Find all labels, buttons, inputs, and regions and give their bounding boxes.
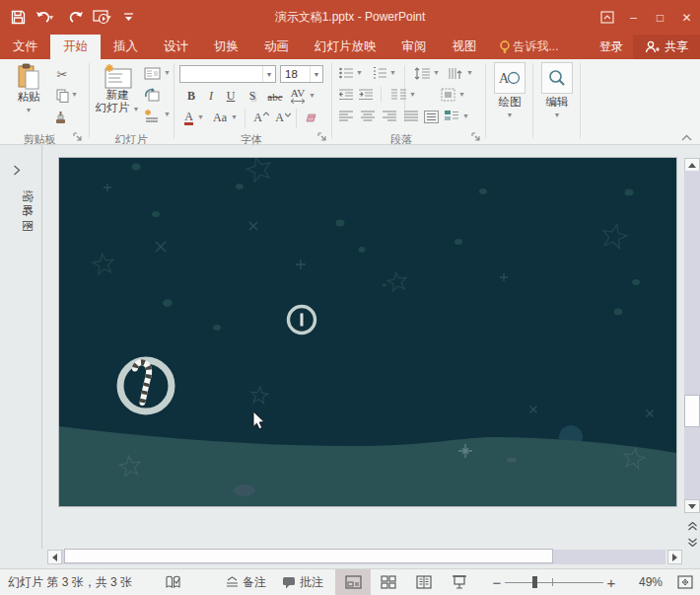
convert-smartart-button[interactable] <box>442 109 461 124</box>
section-dropdown-caret[interactable]: ▼ <box>164 111 171 117</box>
reading-view-button[interactable] <box>406 569 442 595</box>
bold-button[interactable]: B <box>183 88 199 105</box>
align-left-button[interactable] <box>337 109 355 124</box>
font-size-dropdown[interactable]: ▼ <box>310 66 322 82</box>
change-case-button[interactable]: Aa <box>209 110 231 126</box>
font-color-button[interactable]: A <box>181 110 196 126</box>
layout-dropdown-caret[interactable]: ▼ <box>164 69 171 76</box>
next-slide-button[interactable] <box>684 535 700 549</box>
align-text-caret[interactable]: ▼ <box>458 91 465 98</box>
slideshow-dropdown-caret[interactable]: ▾ <box>107 13 115 22</box>
align-center-button[interactable] <box>359 109 377 124</box>
thumbnail-pane-collapsed[interactable]: 缩略图 <box>0 145 42 549</box>
grow-font-button[interactable]: A <box>252 110 270 126</box>
clear-formatting-button[interactable] <box>302 110 319 126</box>
line-spacing-caret[interactable]: ▼ <box>433 69 440 76</box>
slide-sorter-view-button[interactable] <box>371 569 406 595</box>
collapse-ribbon-button[interactable] <box>681 134 692 141</box>
scroll-right-button[interactable] <box>667 550 682 564</box>
vertical-scrollbar-thumb[interactable] <box>684 395 700 427</box>
editing-group-button[interactable]: 编辑 ▼ <box>537 62 577 121</box>
redo-button[interactable] <box>63 6 87 30</box>
clipboard-dialog-launcher[interactable] <box>73 132 85 144</box>
numbering-button[interactable] <box>371 65 388 81</box>
tab-insert[interactable]: 插入 <box>101 35 151 59</box>
zoom-percentage[interactable]: 49% <box>619 569 670 595</box>
slideshow-view-button[interactable] <box>442 569 477 595</box>
editing-caret[interactable]: ▼ <box>554 109 561 121</box>
normal-view-button[interactable] <box>335 569 371 595</box>
notes-button[interactable]: 备注 <box>218 569 274 595</box>
reset-slide-button[interactable] <box>142 86 162 103</box>
change-case-caret[interactable]: ▼ <box>231 113 238 120</box>
zoom-out-button[interactable]: − <box>489 569 505 595</box>
font-dialog-launcher[interactable] <box>317 132 329 144</box>
zoom-in-button[interactable]: + <box>603 569 619 595</box>
bullets-button[interactable] <box>337 65 355 81</box>
drawing-caret[interactable]: ▼ <box>507 109 514 121</box>
customize-qat-button[interactable] <box>120 6 136 30</box>
numbering-caret[interactable]: ▼ <box>389 69 396 76</box>
undo-button[interactable]: ▾ <box>32 6 61 30</box>
undo-dropdown-caret[interactable]: ▾ <box>49 13 57 22</box>
slide-number-indicator[interactable]: 幻灯片 第 3 张，共 3 张 <box>0 569 140 595</box>
slide-canvas[interactable] <box>59 158 676 506</box>
tab-animations[interactable]: 动画 <box>251 35 302 59</box>
close-button[interactable]: ✕ <box>673 4 700 31</box>
paragraph-dialog-launcher[interactable] <box>471 132 483 144</box>
copy-button[interactable] <box>53 87 71 105</box>
ribbon-display-options-button[interactable] <box>594 4 620 31</box>
zoom-slider-thumb[interactable] <box>532 576 537 588</box>
expand-pane-chevron-icon[interactable] <box>13 165 21 176</box>
drawing-group-button[interactable]: A 绘图 ▼ <box>490 62 529 121</box>
comments-button[interactable]: 批注 <box>274 569 331 595</box>
underline-button[interactable]: U <box>223 88 239 105</box>
paste-dropdown-caret[interactable]: ▼ <box>26 104 33 116</box>
slide-layout-button[interactable] <box>142 65 162 81</box>
shrink-font-button[interactable]: A <box>274 110 292 126</box>
tab-file[interactable]: 文件 <box>0 35 50 59</box>
font-name-combo[interactable]: ▼ <box>179 65 276 83</box>
scroll-up-button[interactable] <box>684 158 700 172</box>
font-size-combo[interactable]: 18 ▼ <box>280 65 323 83</box>
convert-smartart-caret[interactable]: ▼ <box>462 112 469 119</box>
tell-me-box[interactable]: 告诉我... <box>490 35 569 59</box>
increase-indent-button[interactable] <box>357 87 375 103</box>
tab-transitions[interactable]: 切换 <box>201 35 251 59</box>
paste-button[interactable]: 粘贴 ▼ <box>8 63 49 116</box>
columns-button[interactable] <box>388 87 408 103</box>
line-spacing-button[interactable] <box>412 65 432 81</box>
scroll-left-button[interactable] <box>47 550 62 564</box>
scroll-down-button[interactable] <box>684 499 700 513</box>
align-text-button[interactable] <box>438 87 457 103</box>
section-button[interactable] <box>142 107 162 123</box>
tab-view[interactable]: 视图 <box>440 35 490 59</box>
distribute-button[interactable] <box>422 109 440 124</box>
format-painter-button[interactable] <box>53 109 71 126</box>
fit-to-window-button[interactable] <box>670 569 700 595</box>
decrease-indent-button[interactable] <box>337 87 355 103</box>
tab-review[interactable]: 审阅 <box>389 35 440 59</box>
font-name-dropdown[interactable]: ▼ <box>262 66 275 82</box>
new-slide-button[interactable]: 新建 幻灯片 ▼ <box>95 63 140 115</box>
minimize-button[interactable]: – <box>620 4 647 31</box>
previous-slide-button[interactable] <box>684 519 700 533</box>
maximize-button[interactable]: □ <box>647 4 673 31</box>
start-slideshow-button[interactable]: ▾ <box>89 6 118 30</box>
bullets-caret[interactable]: ▼ <box>356 69 363 76</box>
tab-slideshow[interactable]: 幻灯片放映 <box>302 35 389 59</box>
copy-dropdown-caret[interactable]: ▼ <box>71 91 78 98</box>
horizontal-scrollbar-thumb[interactable] <box>64 549 553 563</box>
save-button[interactable] <box>6 6 30 30</box>
zoom-slider-track[interactable] <box>505 569 603 595</box>
columns-caret[interactable]: ▼ <box>409 91 416 98</box>
spell-check-button[interactable] <box>158 569 188 595</box>
character-spacing-caret[interactable]: ▼ <box>309 92 315 99</box>
tab-design[interactable]: 设计 <box>151 35 201 59</box>
tab-home[interactable]: 开始 <box>50 35 101 59</box>
share-button[interactable]: 共享 <box>633 35 700 59</box>
text-direction-caret[interactable]: ▼ <box>466 69 473 76</box>
text-direction-button[interactable] <box>446 65 465 81</box>
vertical-scrollbar-track[interactable] <box>684 171 700 499</box>
sign-in-button[interactable]: 登录 <box>590 35 633 59</box>
